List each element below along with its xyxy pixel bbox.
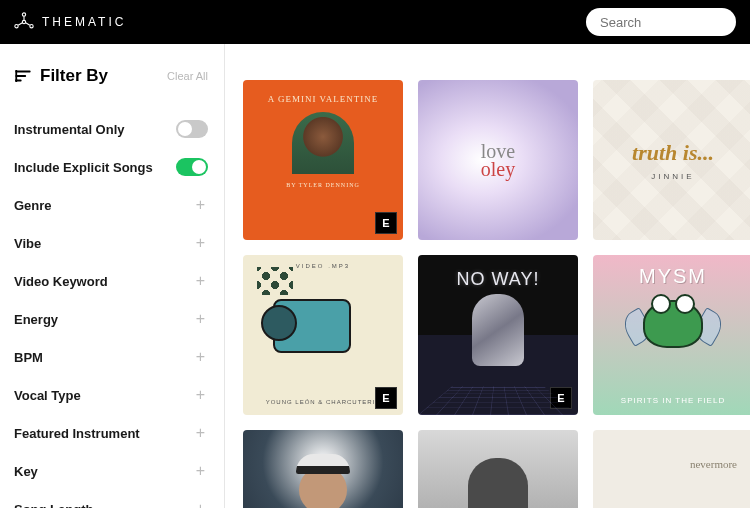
album-title: nevermore [690, 458, 737, 470]
filter-vibe[interactable]: Vibe+ [14, 224, 208, 262]
plus-icon: + [193, 500, 208, 508]
filter-energy[interactable]: Energy+ [14, 300, 208, 338]
header: THEMATIC [0, 0, 750, 44]
album-title: truth is... [632, 140, 714, 166]
album-title: love oley [481, 142, 515, 178]
search-input[interactable] [600, 15, 722, 30]
filter-vocal-type[interactable]: Vocal Type+ [14, 376, 208, 414]
explicit-badge: E [550, 387, 572, 409]
toggle-label: Include Explicit Songs [14, 160, 153, 175]
svg-point-2 [30, 25, 33, 28]
plus-icon: + [193, 424, 208, 442]
figure-art [468, 458, 528, 508]
plus-icon: + [193, 196, 208, 214]
filter-genre[interactable]: Genre+ [14, 186, 208, 224]
filter-featured-instrument[interactable]: Featured Instrument+ [14, 414, 208, 452]
album-artist: JINNIE [651, 172, 694, 181]
svg-point-3 [22, 20, 25, 23]
toggle-label: Instrumental Only [14, 122, 125, 137]
album-title: NO WAY! [418, 255, 578, 290]
album-card[interactable]: love oley [418, 80, 578, 240]
album-top-text: VIDEO .MP3 [296, 263, 350, 269]
face-art [299, 466, 347, 508]
logo-icon [14, 12, 34, 32]
filter-title: Filter By [14, 66, 108, 86]
album-card[interactable]: VIDEO .MP3 YOUNG LEÓN & CHARCUTERIE E [243, 255, 403, 415]
album-grid: A GEMINI VALENTINE BY TYLER DENNING E lo… [225, 44, 750, 508]
explicit-badge: E [375, 212, 397, 234]
toggle-explicit: Include Explicit Songs [14, 148, 208, 186]
figure-art [472, 294, 524, 366]
album-subtitle: SPIRITS IN THE FIELD [593, 396, 750, 405]
toggle-instrumental: Instrumental Only [14, 110, 208, 148]
album-card[interactable] [418, 430, 578, 508]
instrumental-toggle[interactable] [176, 120, 208, 138]
filter-key[interactable]: Key+ [14, 452, 208, 490]
brand-logo[interactable]: THEMATIC [14, 12, 126, 32]
album-card[interactable]: MYSM SPIRITS IN THE FIELD [593, 255, 750, 415]
album-art [292, 112, 354, 174]
search-box[interactable] [586, 8, 736, 36]
album-card[interactable]: nevermore [593, 430, 750, 508]
explicit-toggle[interactable] [176, 158, 208, 176]
filter-sidebar: Filter By Clear All Instrumental Only In… [0, 44, 225, 508]
album-title: MYSM [593, 255, 750, 288]
plus-icon: + [193, 310, 208, 328]
album-artist: YOUNG LEÓN & CHARCUTERIE [266, 399, 381, 405]
album-card[interactable]: truth is... JINNIE [593, 80, 750, 240]
svg-point-1 [15, 25, 18, 28]
album-artist: BY TYLER DENNING [243, 182, 403, 188]
camera-art [273, 299, 351, 353]
explicit-badge: E [375, 387, 397, 409]
album-card[interactable] [243, 430, 403, 508]
clear-all[interactable]: Clear All [167, 70, 208, 82]
plus-icon: + [193, 272, 208, 290]
plus-icon: + [193, 462, 208, 480]
filter-bpm[interactable]: BPM+ [14, 338, 208, 376]
plus-icon: + [193, 386, 208, 404]
brand-name: THEMATIC [42, 15, 126, 29]
album-card[interactable]: NO WAY! E [418, 255, 578, 415]
frog-art [643, 300, 703, 348]
filter-song-length[interactable]: Song Length+ [14, 490, 208, 508]
filter-video-keyword[interactable]: Video Keyword+ [14, 262, 208, 300]
filter-icon [14, 67, 32, 85]
plus-icon: + [193, 234, 208, 252]
leaf-art [257, 267, 293, 295]
album-title: A GEMINI VALENTINE [243, 80, 403, 104]
svg-point-0 [22, 13, 25, 16]
album-card[interactable]: A GEMINI VALENTINE BY TYLER DENNING E [243, 80, 403, 240]
plus-icon: + [193, 348, 208, 366]
